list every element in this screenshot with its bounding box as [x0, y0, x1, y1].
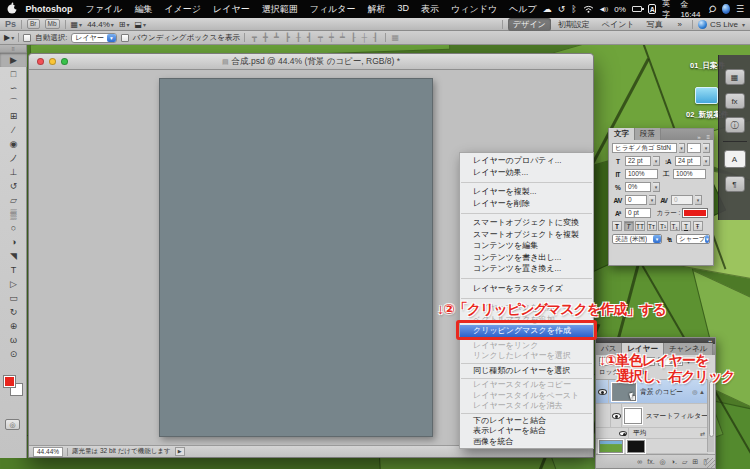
text-color-swatch[interactable]: [682, 208, 708, 218]
statusbar-zoom-field[interactable]: 44.44%: [33, 447, 63, 457]
document-titlebar[interactable]: ▤ 合成.psd @ 44.4% (背景 のコピー, RGB/8) *: [29, 54, 593, 70]
battery-icon[interactable]: [632, 6, 642, 12]
zoom-tool[interactable]: ⊙: [0, 347, 27, 361]
layers-panel-menu-icon[interactable]: ≡: [713, 349, 716, 355]
panel-menu-icon[interactable]: ≡: [703, 134, 713, 140]
leading-dropdown-arrow[interactable]: ▾: [703, 156, 710, 166]
path-selection-tool[interactable]: ▷: [0, 277, 27, 291]
healing-brush-tool[interactable]: ◉: [0, 137, 27, 151]
distribute-left-edges-icon[interactable]: ┠: [348, 33, 359, 42]
smart-filter-thumbnail[interactable]: [624, 408, 641, 424]
filter-average-row[interactable]: 平均 ⇄: [596, 428, 708, 439]
layer-row-bottom[interactable]: [596, 439, 708, 454]
notification-center-icon[interactable]: ☰: [736, 5, 744, 14]
cs-live-button[interactable]: CS Live ▾: [698, 20, 745, 29]
ctx-item-8[interactable]: コンテンツを書き出し...: [460, 252, 593, 264]
paragraph-panel-icon[interactable]: ¶: [725, 176, 745, 192]
zoom-level-dropdown[interactable]: 44.4%▾: [87, 20, 114, 29]
3d-rotate-tool[interactable]: ↻: [0, 305, 27, 319]
menu-filter[interactable]: フィルター: [304, 3, 362, 16]
auto-align-layers-icon[interactable]: ▦: [390, 33, 401, 42]
move-tool[interactable]: ▶: [0, 53, 27, 67]
bluetooth-icon[interactable]: ᛒ: [571, 5, 576, 14]
panel-resize-grip[interactable]: [705, 458, 715, 468]
auto-select-dropdown[interactable]: レイヤー▾: [71, 33, 117, 43]
faux-italic-button[interactable]: T: [624, 221, 634, 231]
tsume-field[interactable]: 0%: [625, 182, 651, 192]
layer-visibility-toggle[interactable]: [596, 380, 609, 403]
font-style-field[interactable]: -: [687, 143, 701, 153]
ctx-item-21[interactable]: 表示レイヤーを結合: [460, 426, 593, 437]
bridge-button[interactable]: Br: [27, 19, 40, 29]
smart-filter-row[interactable]: スマートフィルター: [596, 404, 708, 428]
info-panel-icon[interactable]: ⓘ: [725, 117, 745, 133]
font-style-dropdown-arrow[interactable]: ▾: [703, 143, 710, 153]
menu-image[interactable]: イメージ: [158, 3, 207, 16]
tab-paragraph[interactable]: 段落: [635, 128, 661, 140]
layer-group-icon[interactable]: ▱: [682, 458, 687, 466]
filter-visibility-toggle[interactable]: [610, 404, 622, 427]
layer-style-icon[interactable]: fx.: [647, 458, 654, 465]
font-size-dropdown-arrow[interactable]: ▾: [653, 156, 660, 166]
arrange-documents-button[interactable]: ⊞▾: [119, 20, 130, 29]
gradient-tool[interactable]: ▒: [0, 207, 27, 221]
cloud-icon[interactable]: ☁: [543, 5, 552, 14]
screen-mode-button[interactable]: ⬓▾: [135, 20, 147, 29]
horizontal-scale-field[interactable]: 100%: [673, 169, 706, 179]
history-brush-tool[interactable]: ↺: [0, 179, 27, 193]
anti-alias-dropdown[interactable]: シャープ ▾: [676, 234, 710, 244]
distribute-horizontal-centers-icon[interactable]: ┼: [359, 33, 370, 42]
distribute-bottom-edges-icon[interactable]: ┷: [337, 33, 348, 42]
smart-filter-expand-icon[interactable]: ◎ ▲: [692, 388, 705, 395]
menubar-clock[interactable]: 金 16:44: [680, 0, 703, 19]
menu-window[interactable]: ウィンドウ: [445, 3, 503, 16]
underline-button[interactable]: T: [681, 221, 691, 231]
move-tool-preset-icon[interactable]: ▶▾: [4, 33, 14, 42]
pen-tool[interactable]: ◥: [0, 249, 27, 263]
menu-help[interactable]: ヘルプ: [503, 3, 543, 16]
desktop-file-icon[interactable]: [695, 87, 718, 104]
adjustment-layer-icon[interactable]: ◑.: [671, 458, 677, 465]
filter-item-name[interactable]: 平均: [633, 428, 647, 438]
new-layer-icon[interactable]: ⊞: [692, 458, 698, 466]
font-size-field[interactable]: 22 pt: [625, 156, 651, 166]
scrollbar-thumb[interactable]: [709, 381, 714, 437]
leading-field[interactable]: 24 pt: [675, 156, 701, 166]
tsume-dropdown-arrow[interactable]: ▾: [653, 182, 660, 192]
apple-menu[interactable]: [6, 2, 19, 16]
layer-thumbnail[interactable]: [599, 440, 623, 453]
view-extras-button[interactable]: ▦▾: [71, 20, 83, 29]
user-switcher-icon[interactable]: [722, 4, 730, 14]
layer-mask-icon[interactable]: ◎: [660, 458, 666, 466]
menu-layer[interactable]: レイヤー: [207, 3, 256, 16]
align-bottom-edges-icon[interactable]: ┻: [271, 33, 282, 42]
quick-mask-button[interactable]: ◎: [5, 419, 20, 430]
type-tool[interactable]: T: [0, 263, 27, 277]
align-left-edges-icon[interactable]: ┣: [282, 33, 293, 42]
ctx-item-1[interactable]: レイヤーのプロパティ...: [460, 155, 593, 167]
panel-collapse-icon[interactable]: »: [694, 134, 703, 140]
faux-bold-button[interactable]: T: [612, 221, 622, 231]
hand-tool[interactable]: ω: [0, 333, 27, 347]
tools-panel-header[interactable]: ⠿: [0, 45, 26, 53]
tracking-dropdown-arrow[interactable]: ▾: [695, 195, 702, 205]
dodge-tool[interactable]: ◑: [0, 235, 27, 249]
close-window-button[interactable]: [37, 58, 44, 65]
statusbar-options-arrow[interactable]: ▶: [175, 447, 185, 456]
subscript-button[interactable]: T₁: [670, 221, 680, 231]
menu-file[interactable]: ファイル: [80, 3, 129, 16]
input-mode-label[interactable]: 英字: [662, 0, 674, 20]
distribute-right-edges-icon[interactable]: ┨: [370, 33, 381, 42]
layer-mask-thumbnail[interactable]: [627, 440, 645, 453]
font-family-field[interactable]: ヒラギノ角ゴ StdN: [612, 143, 677, 153]
menu-3d[interactable]: 3D: [392, 3, 416, 16]
all-caps-button[interactable]: TT: [635, 221, 645, 231]
menu-analysis[interactable]: 解析: [362, 3, 392, 16]
baseline-shift-field[interactable]: 0 pt: [625, 208, 651, 218]
link-layers-icon[interactable]: ∞: [637, 458, 642, 465]
3d-camera-tool[interactable]: ⊕: [0, 319, 27, 333]
layer-name[interactable]: 背景 のコピー: [640, 387, 683, 397]
show-bounding-box-checkbox[interactable]: [121, 34, 129, 42]
character-panel-icon[interactable]: A: [724, 150, 746, 168]
blur-tool[interactable]: ○: [0, 221, 27, 235]
